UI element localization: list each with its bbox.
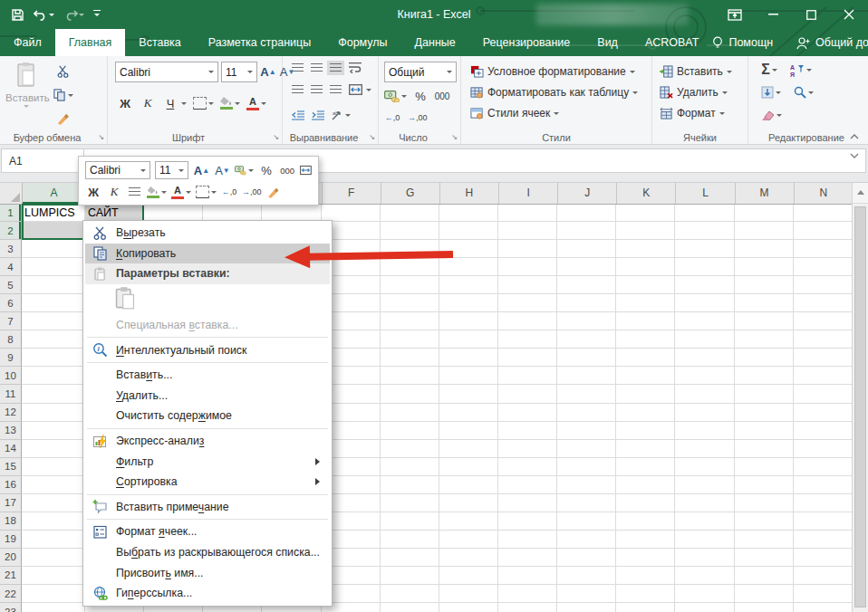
- cell-G21[interactable]: [381, 567, 439, 585]
- cell-J18[interactable]: [557, 512, 616, 531]
- sort-filter-button[interactable]: АЯ: [790, 61, 812, 79]
- cell-I17[interactable]: [498, 494, 557, 512]
- cell-I5[interactable]: [498, 276, 557, 294]
- menu-item-специальная-вставка[interactable]: Специальная вставка...: [85, 315, 330, 336]
- cell-H12[interactable]: [439, 404, 498, 422]
- tab-файл[interactable]: Файл: [0, 29, 55, 56]
- cell-G23[interactable]: [381, 603, 439, 612]
- cell-M5[interactable]: [735, 276, 794, 294]
- cell-M13[interactable]: [735, 422, 794, 440]
- cell-M21[interactable]: [735, 567, 794, 585]
- cell-L12[interactable]: [675, 404, 734, 422]
- cell-K4[interactable]: [616, 258, 675, 276]
- vertical-scrollbar[interactable]: [852, 182, 868, 612]
- cell-A16[interactable]: [22, 476, 85, 494]
- cell-H2[interactable]: [439, 222, 498, 240]
- cell-N17[interactable]: [794, 494, 853, 512]
- tab-acrobat[interactable]: ACROBAT: [632, 29, 713, 56]
- align-right-icon[interactable]: [330, 85, 342, 94]
- menu-item-сортировка[interactable]: Сортировка: [85, 472, 330, 492]
- scroll-up-button[interactable]: [853, 182, 868, 204]
- cell-N19[interactable]: [794, 531, 853, 549]
- row-header-15[interactable]: 15: [0, 458, 22, 476]
- tell-me-assistant[interactable]: Помощн: [712, 36, 773, 50]
- column-header-H[interactable]: H: [440, 182, 499, 204]
- cell-H14[interactable]: [439, 440, 498, 458]
- cell-K19[interactable]: [616, 531, 675, 549]
- mini-font-color-button[interactable]: A: [171, 184, 191, 200]
- cell-I18[interactable]: [498, 512, 557, 531]
- cell-L15[interactable]: [675, 458, 734, 476]
- cell-K1[interactable]: [616, 204, 675, 222]
- cell-A2[interactable]: [22, 222, 85, 240]
- mini-fill-color-button[interactable]: [147, 184, 167, 200]
- cell-I6[interactable]: [498, 294, 557, 312]
- cell-H20[interactable]: [439, 549, 498, 567]
- borders-button[interactable]: [193, 94, 214, 112]
- cell-L2[interactable]: [675, 222, 734, 240]
- mini-merge-icon[interactable]: [300, 165, 312, 176]
- cell-H22[interactable]: [439, 585, 498, 603]
- cell-G4[interactable]: [381, 258, 439, 276]
- menu-item-гиперссылка[interactable]: Гиперссылка...: [85, 583, 330, 604]
- cell-J15[interactable]: [557, 458, 616, 476]
- cell-L4[interactable]: [675, 258, 734, 276]
- cell-J17[interactable]: [557, 494, 616, 512]
- cell-I11[interactable]: [498, 385, 557, 403]
- cell-J22[interactable]: [557, 585, 616, 603]
- cell-G5[interactable]: [381, 276, 439, 294]
- mini-center-icon[interactable]: [129, 187, 140, 196]
- menu-item-вставить-примечание[interactable]: Вставить примечание: [85, 497, 330, 518]
- cell-N10[interactable]: [794, 367, 853, 385]
- cell-A5[interactable]: [22, 276, 85, 294]
- cell-K10[interactable]: [616, 367, 675, 385]
- cell-G18[interactable]: [381, 512, 439, 531]
- cell-K18[interactable]: [616, 512, 675, 531]
- grow-font-button[interactable]: A▲: [260, 63, 276, 81]
- row-header-13[interactable]: 13: [0, 422, 22, 440]
- cell-K20[interactable]: [616, 549, 675, 567]
- cell-J13[interactable]: [557, 422, 616, 440]
- cell-G11[interactable]: [381, 385, 439, 403]
- row-header-9[interactable]: 9: [0, 349, 22, 367]
- row-header-12[interactable]: 12: [0, 404, 22, 422]
- fill-button[interactable]: [761, 83, 781, 101]
- row-header-14[interactable]: 14: [0, 440, 22, 458]
- cell-G7[interactable]: [381, 312, 439, 330]
- cell-H10[interactable]: [439, 367, 498, 385]
- cell-G16[interactable]: [381, 476, 439, 494]
- cell-I16[interactable]: [498, 476, 557, 494]
- mini-comma-button[interactable]: 000: [279, 162, 295, 178]
- menu-item-вырезать[interactable]: Вырезать: [85, 223, 330, 244]
- collapse-ribbon-button[interactable]: [850, 134, 859, 139]
- minimize-button[interactable]: [754, 0, 792, 29]
- cell-A3[interactable]: [22, 240, 85, 258]
- cell-L8[interactable]: [675, 330, 734, 349]
- cell-N2[interactable]: [794, 222, 853, 240]
- column-header-G[interactable]: G: [381, 182, 440, 204]
- customize-qat-button[interactable]: [93, 10, 101, 20]
- cell-M19[interactable]: [735, 531, 794, 549]
- tab-вид[interactable]: Вид: [583, 29, 632, 56]
- column-header-I[interactable]: I: [499, 182, 558, 204]
- cell-N6[interactable]: [794, 294, 853, 312]
- cell-J23[interactable]: [557, 603, 616, 612]
- paste-option-button[interactable]: [85, 284, 330, 315]
- percent-style-button[interactable]: %: [412, 87, 429, 105]
- cell-L16[interactable]: [675, 476, 734, 494]
- cell-I7[interactable]: [498, 312, 557, 330]
- cell-N14[interactable]: [794, 440, 853, 458]
- mini-shrink-font-button[interactable]: A▼: [214, 162, 230, 178]
- cell-K12[interactable]: [616, 404, 675, 422]
- cell-G15[interactable]: [381, 458, 439, 476]
- cell-A14[interactable]: [22, 440, 85, 458]
- cell-H11[interactable]: [439, 385, 498, 403]
- cell-G2[interactable]: [381, 222, 439, 240]
- cell-K5[interactable]: [616, 276, 675, 294]
- cell-K6[interactable]: [616, 294, 675, 312]
- cell-A7[interactable]: [22, 312, 85, 330]
- cell-M16[interactable]: [735, 476, 794, 494]
- menu-item-удалить[interactable]: Удалить...: [85, 386, 330, 406]
- conditional-formatting-button[interactable]: Условное форматирование: [470, 62, 635, 81]
- menu-item-присвоить-имя[interactable]: Присвоить имя...: [85, 562, 330, 583]
